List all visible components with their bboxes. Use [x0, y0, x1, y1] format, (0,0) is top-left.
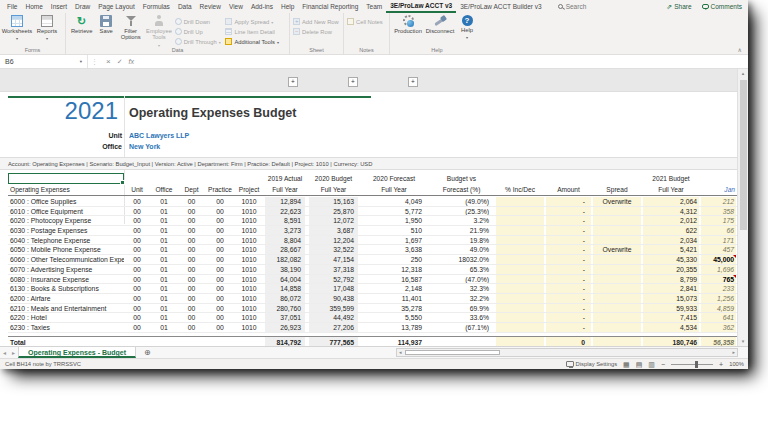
table-cell[interactable]: 00	[124, 284, 150, 293]
column-header[interactable]: Spread	[592, 184, 642, 195]
table-cell[interactable]: 01	[150, 294, 178, 303]
table-cell[interactable]: 01	[150, 323, 178, 332]
table-cell[interactable]: 00	[178, 304, 205, 313]
table-cell[interactable]: 814,792	[263, 337, 307, 346]
table-cell[interactable]: 12,318	[360, 265, 428, 274]
table-row[interactable]: 6080 : Insurance Expense00010000101064,0…	[8, 275, 737, 285]
table-cell[interactable]: (47.0%)	[428, 275, 495, 284]
table-cell[interactable]: 13,789	[360, 323, 428, 332]
table-cell[interactable]: 1010	[235, 294, 263, 303]
table-cell[interactable]: -	[545, 236, 592, 245]
table-cell[interactable]: 00	[124, 245, 150, 254]
table-cell[interactable]	[592, 226, 642, 235]
production-button[interactable]: Production	[393, 15, 423, 46]
table-cell[interactable]: 00	[205, 207, 235, 216]
apply-spread-button[interactable]: Apply Spread	[225, 17, 286, 26]
table-cell[interactable]: 1010	[235, 216, 263, 225]
ribbon-tab[interactable]: Add-ins	[247, 0, 277, 13]
ribbon-tab[interactable]: 3E/ProLaw ACCT Builder v3	[456, 0, 546, 13]
column-header[interactable]	[235, 173, 263, 184]
display-settings-button[interactable]: Display Settings	[566, 361, 618, 367]
table-row[interactable]: 6010 : Office Equipment00010000101022,62…	[8, 207, 737, 217]
table-cell[interactable]: 2,012	[642, 216, 700, 225]
table-cell[interactable]: 2,064	[642, 197, 700, 206]
table-cell[interactable]: 6000 : Office Supplies	[8, 197, 124, 206]
table-cell[interactable]	[205, 337, 235, 346]
table-cell[interactable]: 00	[178, 207, 205, 216]
scroll-left-icon[interactable]	[397, 349, 404, 355]
add-new-row-button[interactable]: Add New Row	[293, 17, 339, 26]
filter-options-button[interactable]: Filter Options	[118, 15, 143, 46]
table-cell[interactable]: 32.2%	[428, 294, 495, 303]
table-row[interactable]: 6130 : Books & Subscriptions000100001010…	[8, 284, 737, 294]
scroll-down-icon[interactable]	[738, 337, 748, 346]
table-cell[interactable]: 6040 : Telephone Expense	[8, 236, 124, 245]
ribbon-tab[interactable]: Team	[362, 0, 386, 13]
formula-input[interactable]	[139, 55, 748, 68]
column-header[interactable]: Operating Expenses	[8, 184, 124, 195]
sheet-nav-right-icon[interactable]	[9, 349, 18, 356]
table-cell[interactable]	[592, 265, 642, 274]
zoom-slider[interactable]	[671, 364, 713, 365]
ribbon-tab[interactable]: Page Layout	[94, 0, 139, 13]
line-item-detail-button[interactable]: Line Item Detail	[225, 27, 286, 36]
table-cell[interactable]: 33.6%	[428, 313, 495, 322]
table-cell[interactable]: 1010	[235, 284, 263, 293]
column-header[interactable]	[205, 173, 235, 184]
table-cell[interactable]: 4,859	[700, 304, 737, 313]
table-cell[interactable]: 32.3%	[428, 284, 495, 293]
table-cell[interactable]: 2,034	[642, 236, 700, 245]
table-cell[interactable]: -	[545, 207, 592, 216]
table-cell[interactable]: 00	[124, 216, 150, 225]
table-cell[interactable]: 1010	[235, 197, 263, 206]
table-cell[interactable]	[592, 284, 642, 293]
table-cell[interactable]: 8,799	[642, 275, 700, 284]
table-cell[interactable]: 00	[205, 323, 235, 332]
table-cell[interactable]: 00	[178, 245, 205, 254]
zoom-in-icon[interactable]	[719, 361, 723, 368]
column-header[interactable]: Office	[150, 184, 178, 195]
table-cell[interactable]: 6230 : Taxies	[8, 323, 124, 332]
table-cell[interactable]	[592, 275, 642, 284]
table-cell[interactable]: 59,933	[642, 304, 700, 313]
table-cell[interactable]: 1010	[235, 265, 263, 274]
column-header[interactable]: Full Year	[642, 184, 700, 195]
table-cell[interactable]: 01	[150, 245, 178, 254]
column-header[interactable]	[545, 173, 592, 184]
table-cell[interactable]: 175	[700, 216, 737, 225]
table-cell[interactable]: 00	[178, 323, 205, 332]
vertical-scrollbar-thumb[interactable]	[740, 80, 747, 230]
table-cell[interactable]: 86,072	[263, 294, 307, 303]
table-cell[interactable]: 1010	[235, 236, 263, 245]
table-cell[interactable]: 362	[700, 323, 737, 332]
table-cell[interactable]	[495, 265, 545, 274]
table-cell[interactable]: 114,937	[360, 337, 428, 346]
table-cell[interactable]: 00	[178, 294, 205, 303]
table-cell[interactable]: -	[545, 245, 592, 254]
table-cell[interactable]: 00	[178, 275, 205, 284]
table-cell[interactable]: 1,696	[700, 265, 737, 274]
table-cell[interactable]	[495, 245, 545, 254]
table-cell[interactable]: 00	[124, 226, 150, 235]
table-cell[interactable]: 233	[700, 284, 737, 293]
table-row[interactable]: 6050 : Mobile Phone Expense0001000010102…	[8, 245, 737, 255]
column-header[interactable]	[124, 173, 150, 184]
table-cell[interactable]: 38,190	[263, 265, 307, 274]
cancel-icon[interactable]	[106, 57, 111, 66]
table-cell[interactable]: 01	[150, 226, 178, 235]
new-sheet-icon[interactable]	[136, 348, 159, 357]
table-cell[interactable]: 01	[150, 255, 178, 264]
table-cell[interactable]	[495, 284, 545, 293]
ribbon-tab[interactable]: Insert	[47, 0, 71, 13]
table-cell[interactable]: 3,638	[360, 245, 428, 254]
table-cell[interactable]: 457	[700, 245, 737, 254]
table-cell[interactable]: 2,148	[360, 284, 428, 293]
table-cell[interactable]: 00	[205, 216, 235, 225]
table-cell[interactable]	[495, 323, 545, 332]
table-cell[interactable]: -	[545, 323, 592, 332]
table-cell[interactable]: 28,667	[263, 245, 307, 254]
table-cell[interactable]: 01	[150, 284, 178, 293]
table-cell[interactable]: 45,330	[642, 255, 700, 264]
table-cell[interactable]: 358	[700, 207, 737, 216]
table-cell[interactable]: 00	[205, 226, 235, 235]
